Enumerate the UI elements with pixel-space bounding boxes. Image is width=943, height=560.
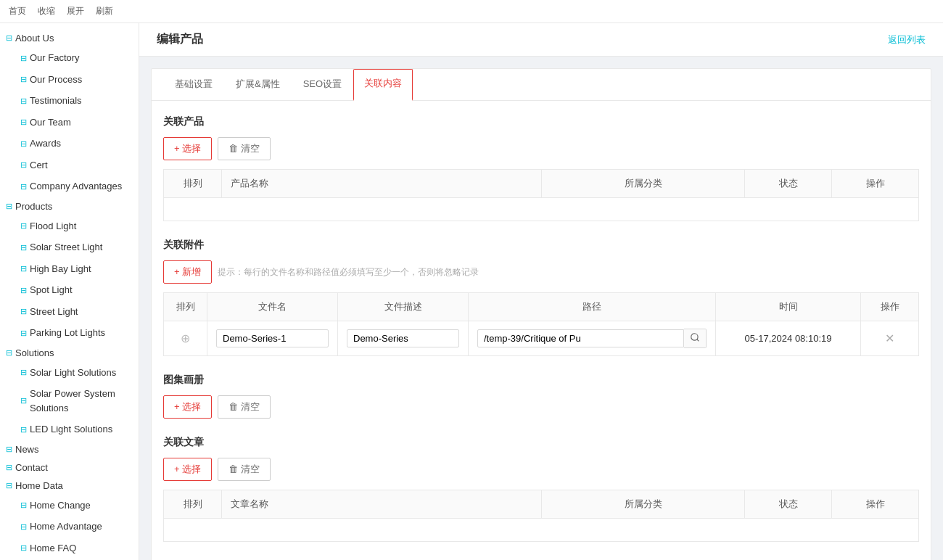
sidebar-item-our-process[interactable]: ⊟ Our Process	[3, 69, 139, 91]
sidebar-item-home-change[interactable]: ⊟ Home Change	[3, 495, 139, 516]
tab-basic[interactable]: 基础设置	[163, 69, 224, 101]
sidebar-item-our-team[interactable]: ⊟ Our Team	[3, 112, 139, 133]
attachment-hint: 提示：每行的文件名称和路径值必须填写至少一个，否则将忽略记录	[218, 266, 479, 279]
tab-extend[interactable]: 扩展&属性	[224, 69, 292, 101]
minus-icon: ⊟	[20, 327, 27, 339]
gallery-clear-btn[interactable]: 🗑 清空	[218, 395, 271, 419]
related-articles-table: 排列 文章名称 所属分类 状态 操作	[163, 490, 919, 542]
sidebar-item-home-advantage[interactable]: ⊟ Home Advantage	[3, 516, 139, 538]
nav-expand[interactable]: 展开	[67, 5, 84, 17]
description-input[interactable]	[347, 329, 459, 347]
description-cell	[338, 321, 469, 356]
related-products-select-btn[interactable]: + 选择	[163, 137, 212, 160]
col-time: 时间	[716, 293, 861, 321]
col-status: 状态	[745, 490, 832, 519]
sidebar-item-label: Home Advantage	[30, 519, 102, 534]
drag-handle-cell: ⊕	[164, 321, 207, 356]
sidebar-item-products[interactable]: ⊟ Products	[0, 197, 139, 215]
main-card: 基础设置 扩展&属性 SEO设置 关联内容 关联产品 + 选择 🗑 清空	[151, 68, 931, 560]
sidebar-item-home-faq[interactable]: ⊟ Home FAQ	[3, 538, 139, 559]
tab-related-content: 关联产品 + 选择 🗑 清空 排列 产品名称 所属分类 状态 操作	[152, 101, 931, 560]
sidebar-item-home-data[interactable]: ⊟ Home Data	[0, 477, 139, 495]
action-cell: ✕	[861, 321, 919, 356]
related-articles-clear-btn[interactable]: 🗑 清空	[218, 458, 271, 481]
tab-related[interactable]: 关联内容	[353, 69, 413, 101]
home-data-group: ⊟ Home Change ⊟ Home Advantage ⊟ Home FA…	[0, 495, 139, 561]
sidebar-item-our-factory[interactable]: ⊟ Our Factory	[3, 47, 139, 69]
sidebar-item-label: Home Data	[15, 480, 63, 491]
add-attachment-btn[interactable]: + 新增	[163, 260, 212, 284]
sidebar-item-parking-lot-lights[interactable]: ⊟ Parking Lot Lights	[3, 322, 139, 344]
col-status: 状态	[745, 170, 832, 198]
nav-home[interactable]: 首页	[9, 5, 26, 17]
related-articles-title: 关联文章	[163, 436, 919, 449]
sidebar-item-label: Contact	[15, 462, 48, 473]
tab-seo[interactable]: SEO设置	[292, 69, 353, 101]
about-us-group: ⊟ Our Factory ⊟ Our Process ⊟ Testimonia…	[0, 47, 139, 197]
path-search-btn[interactable]	[684, 329, 707, 348]
sidebar-item-solutions[interactable]: ⊟ Solutions	[0, 344, 139, 362]
minus-icon: ⊟	[20, 73, 27, 86]
minus-icon: ⊟	[20, 220, 27, 232]
sidebar-item-solar-power-solutions[interactable]: ⊟ Solar Power System Solutions	[3, 383, 139, 419]
top-bar: 首页 收缩 展开 刷新	[0, 0, 943, 23]
sidebar-item-company-advantages[interactable]: ⊟ Company Advantages	[3, 176, 139, 197]
gallery-select-btn[interactable]: + 选择	[163, 395, 212, 419]
minus-icon: ⊟	[20, 138, 27, 150]
filename-input[interactable]	[216, 329, 329, 347]
gallery-section: 图集画册 + 选择 🗑 清空	[163, 374, 919, 419]
attachment-row: ⊕	[164, 321, 919, 356]
sidebar-item-cert[interactable]: ⊟ Cert	[3, 155, 139, 176]
path-input[interactable]	[477, 329, 684, 347]
minus-icon: ⊟	[20, 542, 27, 554]
sidebar-item-label: Testimonials	[30, 94, 82, 108]
sidebar-item-news[interactable]: ⊟ News	[0, 440, 139, 458]
sidebar-item-solar-street-light[interactable]: ⊟ Solar Street Light	[3, 236, 139, 258]
col-action: 操作	[861, 293, 919, 321]
sidebar-item-label: Solar Light Solutions	[30, 366, 116, 380]
sidebar-item-label: Spot Light	[30, 283, 73, 297]
nav-collapse[interactable]: 收缩	[38, 5, 55, 17]
minus-icon: ⊟	[20, 499, 27, 511]
sidebar-item-label: Company Advantages	[30, 179, 122, 194]
sidebar-item-label: Flood Light	[30, 219, 76, 234]
attachments-table: 排列 文件名 文件描述 路径 时间 操作 ⊕	[163, 292, 919, 356]
minus-icon: ⊟	[20, 95, 27, 107]
col-action: 操作	[832, 490, 919, 519]
sidebar-item-label: Cert	[30, 158, 48, 173]
col-article-name: 文章名称	[222, 490, 542, 519]
col-product-name: 产品名称	[222, 170, 542, 198]
sidebar-item-solar-light-solutions[interactable]: ⊟ Solar Light Solutions	[3, 362, 139, 384]
sidebar-item-label: Solutions	[15, 347, 54, 358]
sidebar-item-spot-light[interactable]: ⊟ Spot Light	[3, 279, 139, 301]
sidebar-item-awards[interactable]: ⊟ Awards	[3, 133, 139, 155]
col-category: 所属分类	[542, 170, 745, 198]
tabs-bar: 基础设置 扩展&属性 SEO设置 关联内容	[152, 69, 931, 101]
sidebar-item-label: Street Light	[30, 305, 78, 319]
col-filename: 文件名	[207, 293, 338, 321]
sidebar-item-about-us[interactable]: ⊟ About Us	[0, 29, 139, 47]
back-link[interactable]: 返回列表	[888, 33, 926, 46]
sidebar-item-testimonials[interactable]: ⊟ Testimonials	[3, 90, 139, 112]
nav-refresh[interactable]: 刷新	[96, 5, 113, 17]
related-products-title: 关联产品	[163, 115, 919, 128]
minus-icon: ⊟	[20, 424, 27, 436]
delete-row-btn[interactable]: ✕	[885, 332, 894, 345]
products-group: ⊟ Flood Light ⊟ Solar Street Light ⊟ Hig…	[0, 215, 139, 344]
related-articles-section: 关联文章 + 选择 🗑 清空 排列 文章名称 所属分类 状态 操作	[163, 436, 919, 542]
related-products-clear-btn[interactable]: 🗑 清空	[218, 137, 271, 160]
sidebar-item-high-bay-light[interactable]: ⊟ High Bay Light	[3, 258, 139, 280]
sidebar-item-label: Awards	[30, 136, 61, 151]
drag-handle-icon[interactable]: ⊕	[181, 332, 190, 345]
sidebar-item-label: Solar Power System Solutions	[30, 387, 133, 415]
sidebar-item-label: About Us	[15, 33, 54, 44]
sidebar-item-contact[interactable]: ⊟ Contact	[0, 458, 139, 477]
sidebar-item-street-light[interactable]: ⊟ Street Light	[3, 301, 139, 323]
minus-icon: ⊟	[20, 395, 27, 407]
sidebar-item-flood-light[interactable]: ⊟ Flood Light	[3, 215, 139, 237]
minus-icon: ⊟	[20, 284, 27, 297]
minus-icon: ⊟	[20, 116, 27, 128]
path-cell	[469, 321, 716, 356]
sidebar-item-led-light-solutions[interactable]: ⊟ LED Light Solutions	[3, 419, 139, 440]
related-articles-select-btn[interactable]: + 选择	[163, 458, 212, 481]
